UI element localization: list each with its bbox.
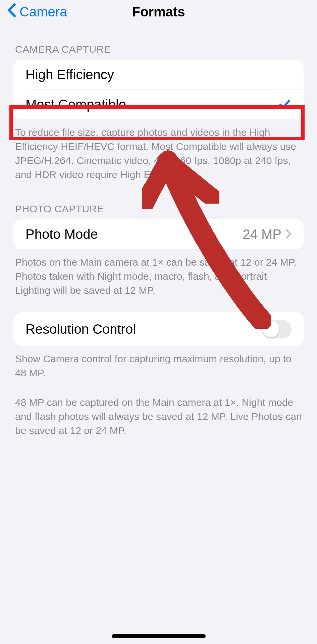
navigation-bar: Camera Formats — [0, 0, 317, 23]
most-compatible-label: Most Compatible — [25, 97, 126, 112]
photo-capture-footer: Photos on the Main camera at 1× can be s… — [0, 249, 317, 299]
photo-mode-value-wrap: 24 MP — [243, 227, 292, 242]
back-label: Camera — [19, 4, 67, 19]
page-title: Formats — [132, 4, 185, 19]
resolution-group: Resolution Control — [13, 312, 304, 346]
resolution-footer-1: Show Camera control for capturing maximu… — [0, 346, 317, 381]
camera-capture-footer: To reduce file size, capture photos and … — [0, 119, 317, 183]
toggle-knob — [262, 321, 279, 337]
high-efficiency-row[interactable]: High Efficiency — [13, 60, 304, 90]
photo-mode-row[interactable]: Photo Mode 24 MP — [13, 219, 304, 249]
section-header-photo-capture: PHOTO CAPTURE — [0, 183, 317, 219]
camera-capture-group: High Efficiency Most Compatible — [13, 60, 304, 119]
section-header-camera-capture: CAMERA CAPTURE — [0, 23, 317, 60]
checkmark-icon — [278, 97, 292, 112]
photo-mode-value: 24 MP — [243, 227, 281, 242]
home-indicator[interactable] — [112, 634, 206, 638]
resolution-control-label: Resolution Control — [25, 322, 136, 337]
photo-mode-label: Photo Mode — [25, 227, 98, 242]
chevron-right-icon — [285, 227, 292, 242]
chevron-left-icon — [7, 3, 19, 21]
resolution-control-toggle[interactable] — [261, 320, 292, 338]
photo-capture-group: Photo Mode 24 MP — [13, 219, 304, 249]
most-compatible-row[interactable]: Most Compatible — [13, 90, 304, 119]
back-button[interactable]: Camera — [7, 3, 67, 21]
resolution-control-row[interactable]: Resolution Control — [13, 312, 304, 346]
resolution-footer-2: 48 MP can be captured on the Main camera… — [0, 381, 317, 439]
high-efficiency-label: High Efficiency — [25, 67, 114, 82]
content-area: CAMERA CAPTURE High Efficiency Most Comp… — [0, 23, 317, 439]
